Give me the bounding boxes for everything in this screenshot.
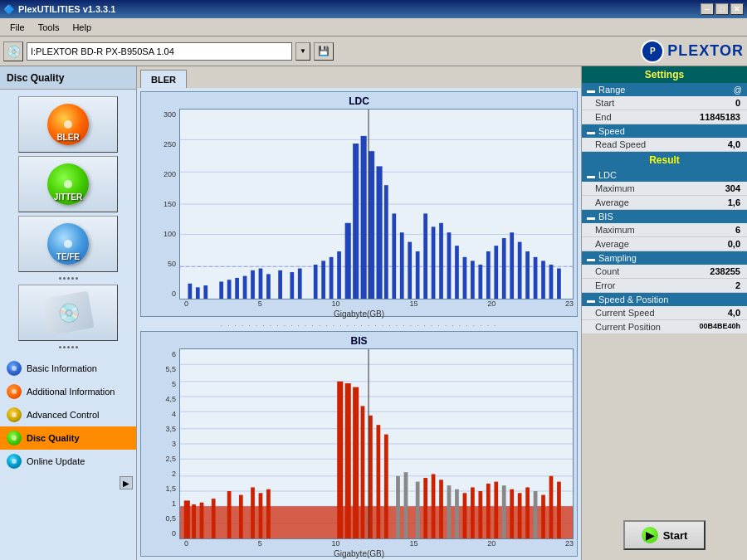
sidebar-item-basic-info[interactable]: Basic Information <box>0 357 136 380</box>
svg-rect-47 <box>534 257 538 299</box>
svg-rect-36 <box>447 232 452 299</box>
drive-dots-separator <box>59 344 78 350</box>
svg-rect-37 <box>455 246 459 299</box>
svg-rect-25 <box>361 136 367 299</box>
jitter-disc-image: JITTER <box>47 163 89 205</box>
save-button[interactable]: 💾 <box>314 42 334 61</box>
svg-rect-95 <box>518 493 522 538</box>
ldc-max-value: 304 <box>725 183 740 193</box>
ldc-y-250: 250 <box>164 140 176 149</box>
current-pos-row: Current Position 00B4BE40h <box>582 320 747 334</box>
range-end-value: 11845183 <box>700 112 740 122</box>
sidebar-item-disc-quality[interactable]: Disc Quality <box>0 426 136 450</box>
ldc-y-300: 300 <box>164 110 176 119</box>
svg-rect-50 <box>557 269 561 299</box>
charts-container: LDC 300 250 200 150 100 50 0 <box>137 88 581 560</box>
svg-rect-42 <box>494 246 498 299</box>
svg-rect-94 <box>510 489 514 538</box>
plextor-brand: PLEXTOR <box>667 42 744 60</box>
disc-dots-separator <box>59 275 78 281</box>
svg-rect-17 <box>290 272 294 299</box>
disc-quality-icon <box>7 431 22 446</box>
svg-rect-19 <box>314 265 318 299</box>
drive-icon-button[interactable]: 💿 <box>18 285 118 341</box>
tab-bler[interactable]: BLER <box>140 70 187 88</box>
bis-x-15: 15 <box>409 539 417 548</box>
range-end-row: End 11845183 <box>582 110 747 124</box>
svg-rect-73 <box>337 382 343 538</box>
sidebar-arrow-area: ▶ <box>0 473 136 493</box>
range-label: Range <box>598 85 625 95</box>
bler-disc-image: BLER <box>47 104 89 145</box>
sidebar-item-additional-info[interactable]: Additional Information <box>0 380 136 403</box>
sampling-error-value: 2 <box>735 280 740 290</box>
disc-quality-label: Disc Quality <box>27 433 80 443</box>
bis-x-5: 5 <box>258 539 262 548</box>
svg-rect-99 <box>549 476 554 538</box>
bis-y-1.5: 1,5 <box>165 485 176 493</box>
maximize-button[interactable]: □ <box>715 3 729 15</box>
svg-rect-46 <box>525 251 530 299</box>
svg-rect-87 <box>455 489 459 538</box>
minimize-button[interactable]: ─ <box>701 3 714 15</box>
svg-rect-86 <box>447 485 452 538</box>
range-start-row: Start 0 <box>582 96 747 110</box>
basic-info-icon <box>7 361 22 376</box>
bis-avg-label: Average <box>595 239 629 249</box>
bler-disc-button[interactable]: BLER <box>18 96 118 153</box>
svg-rect-75 <box>353 387 359 538</box>
svg-rect-35 <box>439 223 443 299</box>
plextor-icon: P <box>641 40 664 63</box>
range-end-label: End <box>595 112 612 122</box>
menu-help[interactable]: Help <box>66 21 98 34</box>
svg-rect-15 <box>266 274 271 299</box>
svg-rect-76 <box>361 406 365 538</box>
svg-rect-48 <box>541 261 545 299</box>
svg-rect-84 <box>432 474 436 538</box>
svg-rect-27 <box>377 166 383 299</box>
bis-x-23: 23 <box>565 539 574 548</box>
jitter-disc-button[interactable]: JITTER <box>18 156 118 212</box>
jitter-label: JITTER <box>54 192 82 202</box>
sidebar-item-online-update[interactable]: Online Update <box>0 450 136 473</box>
bis-y-3: 3 <box>172 440 176 448</box>
speed-collapse-icon: ▬ <box>587 127 595 136</box>
sampling-count-label: Count <box>595 266 619 276</box>
svg-rect-14 <box>259 269 263 299</box>
sidebar-item-advanced-control[interactable]: Advanced Control <box>0 403 136 426</box>
start-button[interactable]: ▶ Start <box>623 520 706 550</box>
speed-pos-section-header[interactable]: ▬ Speed & Position <box>582 293 747 306</box>
svg-rect-64 <box>184 500 190 538</box>
additional-info-label: Additional Information <box>27 387 115 397</box>
tefe-disc-button[interactable]: TE/FE <box>18 216 118 272</box>
sampling-count-row: Count 238255 <box>582 265 747 279</box>
svg-rect-68 <box>227 491 232 538</box>
drive-dropdown-button[interactable]: ▼ <box>295 42 310 61</box>
svg-rect-24 <box>353 144 359 299</box>
ldc-result-collapse-icon: ▬ <box>587 171 595 180</box>
svg-rect-74 <box>345 383 351 538</box>
bis-y-5: 5 <box>172 380 176 388</box>
svg-rect-18 <box>298 269 302 299</box>
sidebar-expand-button[interactable]: ▶ <box>120 476 133 489</box>
sampling-section-header[interactable]: ▬ Sampling <box>582 251 747 265</box>
svg-rect-16 <box>278 270 282 299</box>
speed-section-header[interactable]: ▬ Speed <box>582 124 747 138</box>
toolbar-cd-icon[interactable]: 💿 <box>3 41 23 61</box>
tefe-disc-image: TE/FE <box>47 223 89 265</box>
bis-max-value: 6 <box>735 225 740 235</box>
menu-file[interactable]: File <box>3 21 32 34</box>
drive-selector[interactable]: I:PLEXTOR BD-R PX-B950SA 1.04 <box>27 42 292 61</box>
speed-label: Speed <box>598 126 625 136</box>
ldc-result-section-header[interactable]: ▬ LDC <box>582 168 747 182</box>
svg-rect-80 <box>396 476 400 538</box>
range-section-header[interactable]: ▬ Range @ <box>582 83 747 96</box>
app-title: PlexUTILITIES v1.3.3.1 <box>18 4 115 14</box>
bis-y-4: 4 <box>172 410 176 418</box>
menu-tools[interactable]: Tools <box>32 21 66 34</box>
bis-y-2: 2 <box>172 470 176 478</box>
close-button[interactable]: ✕ <box>730 3 744 15</box>
bis-result-section-header[interactable]: ▬ BIS <box>582 210 747 223</box>
svg-rect-71 <box>259 493 263 538</box>
svg-rect-65 <box>192 504 196 538</box>
